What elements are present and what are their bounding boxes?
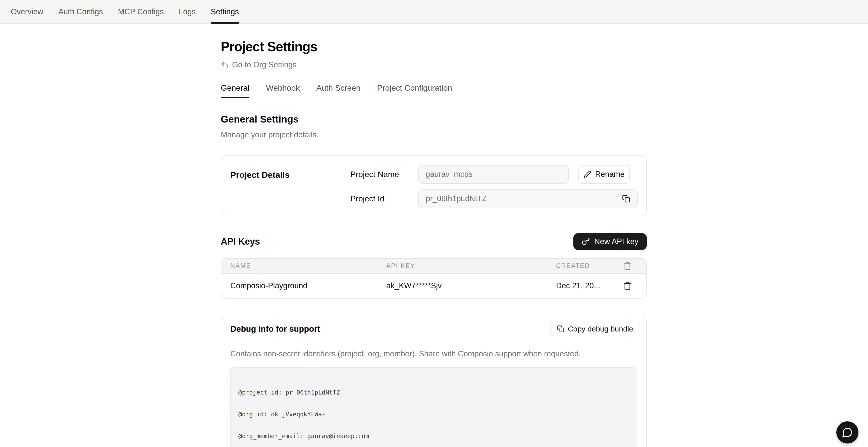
project-details-rows: Project Name Rename Project Id pr_06th1p…	[350, 165, 638, 208]
project-id-value: pr_06th1pLdNtTZ	[426, 194, 487, 203]
api-key-value: ak_KW7*****Sjv	[386, 281, 556, 290]
key-icon	[582, 237, 590, 246]
api-keys-table: NAME API KEY CREATED Composio-Playground…	[221, 258, 647, 298]
nav-item-settings[interactable]: Settings	[211, 0, 239, 23]
api-keys-header: API Keys New API key	[221, 233, 647, 250]
tab-auth-screen[interactable]: Auth Screen	[316, 84, 361, 98]
rename-button-label: Rename	[595, 170, 624, 179]
page-content: Project Settings Go to Org Settings Gene…	[0, 39, 868, 447]
project-id-field: pr_06th1pLdNtTZ	[418, 189, 638, 208]
api-key-created: Dec 21, 20...	[556, 281, 614, 290]
debug-info-card: Debug info for support Copy debug bundle…	[221, 316, 647, 447]
section-title: General Settings	[221, 114, 868, 125]
back-link-label: Go to Org Settings	[232, 60, 297, 69]
trash-icon	[623, 282, 632, 290]
page-title: Project Settings	[221, 39, 868, 54]
code-line: @org_member_email: gaurav@inkeep.com	[238, 433, 629, 440]
tab-webhook[interactable]: Webhook	[266, 84, 300, 98]
code-line: @org_id: ok_jVveqqkYFWa-	[238, 411, 629, 418]
section-subtitle: Manage your project details.	[221, 130, 868, 139]
code-line: @project_id: pr_06th1pLdNtTZ	[238, 389, 629, 396]
copy-debug-bundle-label: Copy debug bundle	[568, 325, 633, 333]
nav-item-auth-configs[interactable]: Auth Configs	[58, 0, 103, 23]
project-name-input[interactable]	[418, 165, 569, 184]
header-name: NAME	[230, 262, 386, 269]
new-api-key-label: New API key	[594, 237, 639, 246]
copy-icon[interactable]	[622, 195, 630, 203]
message-circle-icon	[842, 427, 853, 438]
nav-item-overview[interactable]: Overview	[11, 0, 43, 23]
nav-item-logs[interactable]: Logs	[179, 0, 196, 23]
project-name-row: Project Name Rename	[350, 165, 638, 184]
header-api-key: API KEY	[386, 262, 556, 269]
api-key-name: Composio-Playground	[230, 281, 386, 290]
project-name-label: Project Name	[350, 170, 418, 179]
support-chat-button[interactable]	[836, 421, 859, 444]
table-row: Composio-Playground ak_KW7*****Sjv Dec 2…	[221, 274, 646, 298]
project-id-label: Project Id	[350, 194, 418, 203]
settings-tabs: General Webhook Auth Screen Project Conf…	[221, 84, 659, 98]
copy-debug-bundle-button[interactable]: Copy debug bundle	[550, 322, 640, 336]
nav-item-mcp-configs[interactable]: MCP Configs	[118, 0, 164, 23]
new-api-key-button[interactable]: New API key	[574, 233, 647, 250]
rename-button[interactable]: Rename	[579, 165, 630, 184]
corner-up-left-icon	[221, 61, 228, 69]
project-details-card: Project Details Project Name Rename Proj…	[221, 155, 647, 216]
api-keys-table-header: NAME API KEY CREATED	[221, 259, 646, 274]
debug-card-title: Debug info for support	[230, 324, 320, 334]
pencil-icon	[584, 170, 591, 178]
tab-project-configuration[interactable]: Project Configuration	[377, 84, 452, 98]
debug-code-block: @project_id: pr_06th1pLdNtTZ @org_id: ok…	[230, 368, 637, 447]
header-trash-icon	[614, 262, 641, 270]
api-keys-title: API Keys	[221, 236, 260, 247]
tab-general[interactable]: General	[221, 84, 249, 98]
copy-icon	[557, 325, 564, 332]
debug-card-header: Debug info for support Copy debug bundle	[221, 316, 646, 342]
delete-api-key-button[interactable]	[623, 282, 632, 290]
header-created: CREATED	[556, 262, 614, 269]
project-details-title: Project Details	[230, 165, 350, 208]
debug-description: Contains non-secret identifiers (project…	[230, 349, 637, 358]
top-navigation: Overview Auth Configs MCP Configs Logs S…	[0, 0, 868, 24]
debug-card-body: Contains non-secret identifiers (project…	[221, 342, 646, 447]
project-id-row: Project Id pr_06th1pLdNtTZ	[350, 189, 638, 208]
go-to-org-settings-link[interactable]: Go to Org Settings	[221, 60, 297, 69]
